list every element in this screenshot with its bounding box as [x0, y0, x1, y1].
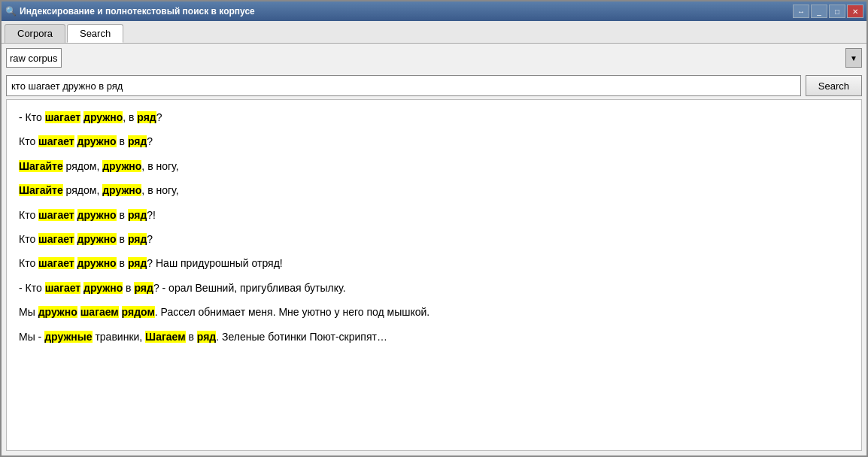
highlighted-term: ряд: [128, 135, 147, 147]
result-text: [74, 233, 77, 245]
tab-corpora[interactable]: Corpora: [5, 24, 65, 43]
close-button[interactable]: ✕: [847, 5, 863, 18]
result-text: [119, 306, 122, 318]
highlighted-term: дружно: [38, 306, 77, 318]
result-text: ? - орал Вешний, пригубливая бутылку.: [153, 282, 346, 294]
resize-button[interactable]: ↔: [793, 5, 809, 18]
result-text: , в ногу,: [141, 160, 178, 172]
result-line: - Кто шагает дружно в ряд? - орал Вешний…: [19, 277, 849, 299]
highlighted-term: шагаем: [80, 306, 119, 318]
highlighted-term: дружно: [77, 257, 117, 269]
highlighted-term: Шагайте: [19, 184, 63, 196]
window-title: Индексирование и полнотекстовый поиск в …: [20, 6, 793, 17]
result-text: , в ногу,: [141, 184, 178, 196]
result-text: Кто: [19, 233, 38, 245]
result-text: . Рассел обнимает меня. Мне уютно у него…: [155, 306, 430, 318]
highlighted-term: шагает: [38, 135, 74, 147]
highlighted-term: ряд: [128, 233, 147, 245]
result-line: Кто шагает дружно в ряд? Наш придурошный…: [19, 252, 849, 274]
highlighted-term: ряд: [137, 111, 156, 123]
result-text: - Кто: [19, 282, 45, 294]
result-text: ?: [156, 111, 162, 123]
result-text: Кто: [19, 257, 38, 269]
result-text: в: [117, 257, 128, 269]
result-line: Шагайте рядом, дружно, в ногу,: [19, 155, 849, 177]
result-line: - Кто шагает дружно, в ряд?: [19, 106, 849, 129]
highlighted-term: шагает: [38, 233, 74, 245]
result-line: Шагайте рядом, дружно, в ногу,: [19, 179, 849, 201]
result-text: в: [117, 233, 128, 245]
result-text: ?: [147, 233, 153, 245]
result-text: [74, 209, 77, 221]
result-text: Мы -: [19, 331, 44, 343]
highlighted-term: шагает: [38, 209, 74, 221]
results-area[interactable]: - Кто шагает дружно, в ряд?Кто шагает др…: [6, 99, 862, 451]
result-text: ? Наш придурошный отряд!: [147, 257, 282, 269]
highlighted-term: рядом: [122, 306, 155, 318]
tab-search[interactable]: Search: [67, 24, 123, 43]
highlighted-term: дружно: [102, 184, 141, 196]
main-window: 🔍 Индексирование и полнотекстовый поиск …: [0, 0, 868, 457]
highlighted-term: дружно: [77, 135, 117, 147]
result-line: Мы дружно шагаем рядом. Рассел обнимает …: [19, 301, 849, 323]
corpus-select-arrow[interactable]: ▼: [845, 48, 862, 68]
maximize-button[interactable]: □: [829, 5, 845, 18]
highlighted-term: Шагаем: [145, 331, 185, 343]
highlighted-term: шагает: [38, 257, 74, 269]
highlighted-term: дружно: [83, 111, 123, 123]
highlighted-term: ряд: [134, 282, 153, 294]
result-text: рядом,: [63, 184, 102, 196]
search-button[interactable]: Search: [806, 75, 862, 96]
result-text: [74, 135, 77, 147]
result-text: травинки,: [93, 331, 146, 343]
result-line: Кто шагает дружно в ряд?!: [19, 204, 849, 226]
result-text: в: [186, 331, 197, 343]
highlighted-term: дружные: [44, 331, 92, 343]
corpus-toolbar: raw corpus ▼: [2, 44, 866, 72]
result-text: . Зеленые ботинки Поют-скрипят…: [216, 331, 387, 343]
highlighted-term: дружно: [83, 282, 123, 294]
result-text: ?!: [147, 209, 156, 221]
corpus-select[interactable]: raw corpus: [6, 48, 62, 68]
result-text: в: [123, 282, 134, 294]
highlighted-term: дружно: [77, 233, 117, 245]
result-text: - Кто: [19, 111, 45, 123]
tab-bar: Corpora Search: [2, 21, 866, 44]
highlighted-term: дружно: [102, 160, 141, 172]
result-text: , в: [123, 111, 137, 123]
minimize-button[interactable]: _: [811, 5, 827, 18]
highlighted-term: ряд: [197, 331, 216, 343]
result-line: Кто шагает дружно в ряд?: [19, 130, 849, 153]
result-text: Мы: [19, 306, 38, 318]
highlighted-term: ряд: [128, 209, 147, 221]
result-text: в: [117, 135, 128, 147]
result-text: рядом,: [63, 160, 102, 172]
highlighted-term: Шагайте: [19, 160, 63, 172]
result-text: Кто: [19, 135, 38, 147]
result-line: Мы - дружные травинки, Шагаем в ряд. Зел…: [19, 325, 849, 348]
result-text: [74, 257, 77, 269]
result-text: в: [117, 209, 128, 221]
title-bar-buttons: ↔ _ □ ✕: [793, 5, 863, 18]
result-line: Кто шагает дружно в ряд?: [19, 228, 849, 250]
result-text: Кто: [19, 209, 38, 221]
search-input[interactable]: [6, 75, 801, 96]
highlighted-term: шагает: [45, 282, 81, 294]
corpus-select-wrapper: raw corpus ▼: [6, 48, 862, 68]
window-icon: 🔍: [5, 5, 17, 17]
search-bar: Search: [2, 72, 866, 99]
result-text: ?: [147, 135, 153, 147]
highlighted-term: шагает: [45, 111, 81, 123]
highlighted-term: дружно: [77, 209, 117, 221]
highlighted-term: ряд: [128, 257, 147, 269]
title-bar: 🔍 Индексирование и полнотекстовый поиск …: [2, 2, 866, 21]
